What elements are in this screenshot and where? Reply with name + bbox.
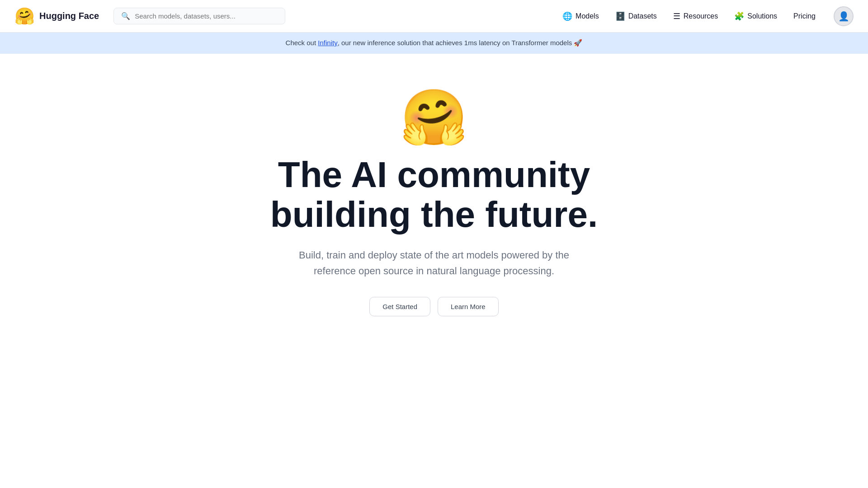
hero-buttons: Get Started Learn More (369, 297, 498, 316)
hero-title-line1: The AI community (278, 155, 590, 195)
resources-icon: ☰ (673, 11, 680, 21)
pricing-label: Pricing (793, 12, 816, 20)
solutions-icon: 🧩 (734, 11, 744, 21)
user-avatar[interactable]: 👤 (834, 6, 854, 26)
nav-links: 🌐 Models 🗄️ Datasets ☰ Resources 🧩 Solut… (555, 8, 823, 25)
nav-label-resources: Resources (684, 12, 718, 20)
models-icon: 🌐 (562, 11, 572, 21)
search-input[interactable] (135, 12, 278, 20)
nav-link-models[interactable]: 🌐 Models (555, 8, 606, 25)
announcement-text-after: , our new inference solution that achiev… (338, 39, 583, 47)
hero-emoji: 🤗 (400, 90, 468, 144)
announcement-link[interactable]: Infinity (318, 39, 337, 47)
nav-label-datasets: Datasets (628, 12, 657, 20)
learn-more-button[interactable]: Learn More (438, 297, 499, 316)
announcement-text-before: Check out (286, 39, 318, 47)
nav-label-models: Models (576, 12, 599, 20)
search-bar[interactable]: 🔍 (113, 8, 285, 24)
announcement-banner: Check out Infinity, our new inference so… (0, 33, 868, 54)
hero-subtitle: Build, train and deploy state of the art… (289, 247, 579, 279)
avatar-icon: 👤 (838, 11, 849, 22)
hero-section: 🤗 The AI community building the future. … (0, 54, 868, 334)
nav-link-resources[interactable]: ☰ Resources (666, 8, 725, 25)
nav-label-solutions: Solutions (747, 12, 777, 20)
navbar: 🤗 Hugging Face 🔍 🌐 Models 🗄️ Datasets ☰ … (0, 0, 868, 33)
nav-link-datasets[interactable]: 🗄️ Datasets (608, 8, 664, 25)
nav-link-solutions[interactable]: 🧩 Solutions (727, 8, 784, 25)
logo-link[interactable]: 🤗 Hugging Face (14, 8, 99, 24)
logo-emoji: 🤗 (14, 8, 35, 24)
datasets-icon: 🗄️ (615, 11, 625, 21)
nav-link-pricing[interactable]: Pricing (786, 9, 823, 24)
logo-text: Hugging Face (39, 11, 99, 21)
search-icon: 🔍 (121, 12, 130, 20)
hero-title: The AI community building the future. (270, 155, 598, 235)
hero-title-line2: building the future. (270, 194, 598, 235)
get-started-button[interactable]: Get Started (369, 297, 430, 316)
